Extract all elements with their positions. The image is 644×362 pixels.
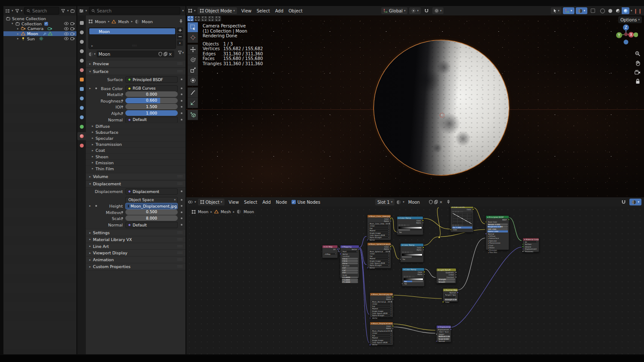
node-output-color[interactable]: Color <box>369 218 390 220</box>
fake-user-shield-icon[interactable] <box>429 200 433 204</box>
animate-dot[interactable] <box>181 217 182 219</box>
node-input-base color[interactable]: Base Color <box>487 221 508 223</box>
node-dropdown[interactable]: All▾ <box>524 241 538 243</box>
animate-dot[interactable] <box>181 205 182 207</box>
shader-menu-select[interactable]: Select <box>241 199 260 205</box>
node-output-alpha[interactable]: Alpha <box>402 249 422 251</box>
shader-menu-node[interactable]: Node <box>273 199 290 205</box>
animate-dot[interactable] <box>181 100 182 102</box>
node-title[interactable]: ▾ Moon_Spherical.jpg.001 <box>368 243 391 245</box>
resize-grip[interactable]: ∷∷ <box>132 44 137 48</box>
panel-header-displacement[interactable]: ▾Displacement∷∷ <box>86 180 185 187</box>
node-dropdown[interactable]: Linear▾ <box>369 225 390 227</box>
properties-tab-render[interactable] <box>77 28 86 36</box>
shader-menu-add[interactable]: Add <box>260 199 273 205</box>
node-label[interactable]: ▸ Coat <box>487 244 508 247</box>
tool-transform-button[interactable] <box>188 75 198 86</box>
subpanel-specular[interactable]: ▸Specular <box>86 135 185 141</box>
node-title[interactable]: ▾ Material Output <box>523 238 539 241</box>
nav-gizmo[interactable]: Z Y X <box>614 22 638 46</box>
prop-field-highlighted[interactable]: Moon_Displacement.jpg.001 <box>125 203 178 209</box>
copy-icon[interactable] <box>434 200 438 204</box>
shading-wireframe-button[interactable] <box>598 7 606 14</box>
node-toolbar[interactable] <box>402 251 422 253</box>
node-title[interactable]: ▾ Color Ramp <box>397 217 423 219</box>
copy-icon[interactable] <box>164 52 167 56</box>
tool-box-select-button[interactable] <box>188 22 198 33</box>
node-label[interactable]: Scale <box>342 274 358 276</box>
animate-dot[interactable] <box>181 106 182 108</box>
outliner-row-scene-collection[interactable]: Scene Collection <box>3 16 76 21</box>
moon-render[interactable] <box>374 40 509 175</box>
material-filter-dropdown[interactable]: ▾ <box>178 51 184 54</box>
node-value[interactable]: Z 1.0000 <box>342 281 358 283</box>
prop-field[interactable]: Principled BSDF <box>125 76 178 83</box>
remove-slot-button[interactable] <box>177 34 183 39</box>
node-dropdown[interactable]: Repeat▾ <box>371 337 392 339</box>
animate-dot[interactable] <box>181 199 182 201</box>
tool-add-cube-button[interactable] <box>188 110 198 120</box>
node-input-vector[interactable]: Vector <box>371 317 392 319</box>
node-output-alpha[interactable]: Alpha <box>369 220 390 222</box>
node-curves[interactable]: ▾ RGB CurvesColorFac 1.000Color <box>450 205 474 232</box>
shading-solid-button[interactable] <box>606 7 614 14</box>
filter-funnel-icon[interactable] <box>61 9 65 13</box>
node-input-normal[interactable]: Normal <box>438 340 450 342</box>
node-output-normal[interactable]: Normal <box>444 292 457 294</box>
pan-hand-icon[interactable] <box>635 60 641 66</box>
node-output-linear[interactable]: Linear <box>438 274 455 276</box>
node-input-thickness[interactable]: Thickness <box>524 250 538 253</box>
node-dropdown[interactable]: Repeat▾ <box>369 229 390 232</box>
node-value[interactable]: Y 0° <box>342 269 358 272</box>
node-dropdown[interactable]: Tangent Space▾ <box>444 294 457 296</box>
node-value[interactable]: Smooth <box>438 281 455 283</box>
node-title[interactable]: ▾ Normal Map <box>443 289 458 291</box>
node-input-displacement[interactable]: Displacement <box>524 248 538 250</box>
shader-type-dropdown[interactable]: Object▾ <box>198 199 225 205</box>
color-ramp-gradient[interactable] <box>398 226 422 229</box>
viewport-editor-icon[interactable] <box>188 9 192 13</box>
new-collection-icon[interactable] <box>70 9 75 13</box>
outliner-row-camera[interactable]: ▸Camera <box>3 26 76 31</box>
node-input-color[interactable]: Color <box>444 301 457 303</box>
snap-dropdown[interactable]: ▾ <box>409 7 421 14</box>
node-label[interactable]: Rotation <box>342 265 358 267</box>
properties-tab-output[interactable] <box>77 38 86 46</box>
color-ramp-stops[interactable] <box>398 229 422 231</box>
node-output-bsdf[interactable]: BSDF <box>487 219 508 221</box>
outliner-row-moon[interactable]: ▸Moon <box>3 31 76 36</box>
node-dispnode[interactable]: ▾ DisplacementDisplacementObject Space▾H… <box>436 325 451 342</box>
select-mode-button-1[interactable] <box>194 16 200 21</box>
node-image-selector[interactable]: Moon_Displaceme <box>371 330 392 332</box>
node-snap-toggle[interactable] <box>620 199 628 205</box>
select-mode-button-0[interactable] <box>187 16 194 21</box>
node-output-color[interactable]: Color <box>452 208 472 211</box>
subpanel-emission[interactable]: ▸Emission <box>86 159 185 166</box>
node-title[interactable]: ▾ Light Falloff <box>437 268 456 271</box>
node-slider[interactable]: Alpha 1.000 <box>487 230 508 232</box>
node-dropdown[interactable]: Color Space sRGB▾ <box>371 312 392 314</box>
properties-search-input[interactable]: Search <box>89 7 181 15</box>
node-input-fac[interactable]: Fac <box>404 283 423 285</box>
tool-scale-button[interactable] <box>188 65 198 75</box>
slot-dropdown[interactable]: Slot 1▾ <box>375 199 395 205</box>
panel-header-surface[interactable]: ▾Surface∷∷ <box>86 68 185 75</box>
shading-rendered-button[interactable] <box>622 7 629 14</box>
tool-measure-button[interactable] <box>188 98 198 108</box>
properties-tab-material[interactable] <box>77 132 86 140</box>
node-ramp2[interactable]: ▾ Color RampColorAlphaFac <box>400 243 424 262</box>
node-value[interactable]: Metallic 0.000 <box>487 223 508 226</box>
node-toolbar[interactable] <box>398 224 422 226</box>
node-value[interactable]: Y 1.0000 <box>342 279 358 281</box>
node-uvmap[interactable]: ▾ UV MapUVUVMap▾ <box>322 245 338 258</box>
node-value[interactable]: X 1.0000 <box>342 277 358 279</box>
display-mode-icon[interactable] <box>15 9 19 13</box>
node-slider[interactable]: Fac 1.000 <box>452 226 472 229</box>
pin-icon[interactable] <box>179 19 183 24</box>
node-value[interactable]: Strength <box>438 278 455 281</box>
material-name-field[interactable]: Moon × <box>97 51 174 57</box>
node-label[interactable]: ▸ Specular <box>487 240 508 242</box>
node-output-vector[interactable]: Vector <box>342 248 358 250</box>
pause-render-icon[interactable]: ❙❙ <box>634 8 642 14</box>
disclosure-arrow-icon[interactable]: ▸ <box>17 27 21 30</box>
